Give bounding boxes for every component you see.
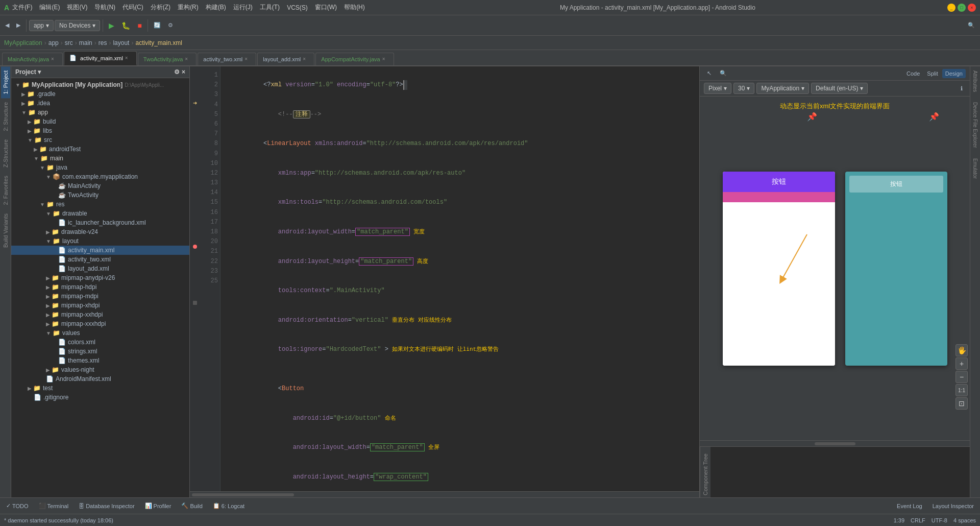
menu-run[interactable]: 运行(J): [230, 2, 256, 13]
tree-item-themes-xml[interactable]: 📄 themes.xml: [11, 356, 189, 365]
tab-profiler[interactable]: 📊 Profiler: [141, 500, 176, 511]
tree-item-gradle[interactable]: ▶ 📁 .gradle: [11, 89, 189, 99]
tree-item-androidmanifest[interactable]: 📄 AndroidManifest.xml: [11, 374, 189, 384]
tree-item-values[interactable]: ▼ 📁 values: [11, 328, 189, 338]
breadcrumb-item-1[interactable]: app: [48, 39, 59, 46]
menu-vcs[interactable]: VCS(S): [284, 3, 311, 12]
tree-item-mainactivity-file[interactable]: ☕ MainActivity: [11, 181, 189, 190]
menu-tools[interactable]: 工具(T): [257, 2, 283, 13]
breadcrumb-item-4[interactable]: res: [99, 39, 107, 46]
view-mode-toggles[interactable]: Code Split Design: [903, 69, 966, 78]
design-tool-zoom[interactable]: 🔍: [717, 68, 730, 78]
tree-item-ic-launcher[interactable]: 📄 ic_launcher_background.xml: [11, 218, 189, 227]
menu-navigate[interactable]: 导航(N): [91, 2, 118, 13]
favorites-tab[interactable]: 2: Favorites: [1, 172, 10, 209]
info-btn[interactable]: ℹ: [958, 84, 966, 93]
tree-item-build[interactable]: ▶ 📁 build: [11, 117, 189, 126]
breadcrumb-item-3[interactable]: main: [79, 39, 92, 46]
search-btn[interactable]: 🔍: [965, 20, 978, 30]
split-view-btn[interactable]: Split: [924, 69, 941, 78]
tab-build[interactable]: 🔨 Build: [177, 500, 206, 511]
tree-item-layout[interactable]: ▼ 📁 layout: [11, 236, 189, 246]
tree-item-mipmap-xxxhdpi[interactable]: ▶ 📁 mipmap-xxxhdpi: [11, 319, 189, 328]
design-tool-cursor[interactable]: ↖: [704, 68, 715, 78]
tree-item-app[interactable]: ▼ 📁 app: [11, 108, 189, 117]
tree-item-myapplication[interactable]: ▼ 📁 MyApplication [My Application] D:\Ap…: [11, 80, 189, 89]
tree-item-mipmap-xxhdpi[interactable]: ▶ 📁 mipmap-xxhdpi: [11, 310, 189, 319]
run-button[interactable]: ▶: [106, 20, 117, 31]
debug-button[interactable]: 🐛: [118, 20, 133, 31]
tree-item-idea[interactable]: ▶ 📁 .idea: [11, 99, 189, 108]
pixel-selector[interactable]: Pixel ▾: [704, 83, 731, 94]
tree-item-activity-main-xml[interactable]: 📄 activity_main.xml: [11, 246, 189, 255]
design-zoom-in[interactable]: +: [955, 357, 968, 370]
tree-item-layout-add-xml[interactable]: 📄 layout_add.xml: [11, 264, 189, 273]
emulator-label[interactable]: Emulator: [970, 156, 980, 181]
tree-item-gitignore[interactable]: 📄 .gitignore: [11, 393, 189, 402]
api-selector[interactable]: 30 ▾: [733, 83, 754, 94]
attributes-label[interactable]: Attributes: [970, 68, 980, 94]
menu-window[interactable]: 窗口(W): [312, 2, 340, 13]
maximize-button[interactable]: □: [958, 4, 966, 12]
device-file-explorer-label[interactable]: Device File Explorer: [970, 100, 980, 150]
z-structure-tab[interactable]: Z-Structure: [1, 135, 10, 172]
tree-item-strings-xml[interactable]: 📄 strings.xml: [11, 347, 189, 356]
tree-item-mipmap-anydpi[interactable]: ▶ 📁 mipmap-anydpi-v26: [11, 273, 189, 282]
design-zoom-out[interactable]: −: [955, 371, 968, 383]
menu-edit[interactable]: 编辑(E): [36, 2, 63, 13]
device-selector[interactable]: No Devices ▾: [55, 20, 100, 31]
menu-file[interactable]: 文件(F): [9, 2, 35, 13]
tree-item-drawable-v24[interactable]: ▶ 📁 drawable-v24: [11, 227, 189, 236]
tab-twoactivity[interactable]: TwoActivity.java ×: [138, 53, 197, 65]
sync-btn[interactable]: 🔄: [151, 20, 164, 30]
design-scrollbar[interactable]: [700, 440, 970, 446]
tree-item-mipmap-mdpi[interactable]: ▶ 📁 mipmap-mdpi: [11, 292, 189, 301]
breadcrumb-item-6[interactable]: activity_main.xml: [135, 39, 182, 46]
settings-btn[interactable]: ⚙: [165, 20, 176, 30]
menu-code[interactable]: 代码(C): [119, 2, 146, 13]
tab-activity-two[interactable]: activity_two.xml ×: [198, 53, 256, 65]
tree-item-libs[interactable]: ▶ 📁 libs: [11, 126, 189, 135]
tab-close-activity-main[interactable]: ×: [125, 55, 131, 61]
code-view-btn[interactable]: Code: [903, 69, 923, 78]
tab-layout-add[interactable]: layout_add.xml ×: [257, 53, 314, 65]
tab-todo[interactable]: ✓ TODO: [2, 500, 33, 511]
breadcrumb-item-5[interactable]: layout: [113, 39, 129, 46]
minimize-button[interactable]: _: [947, 4, 955, 12]
component-tree-label[interactable]: Component Tree: [700, 447, 710, 497]
code-editor[interactable]: ➜: [190, 66, 699, 497]
tab-close-mainactivity[interactable]: ×: [51, 56, 57, 62]
editor-hscroll-thumb[interactable]: [192, 493, 294, 496]
editor-scrollbar[interactable]: [190, 491, 699, 497]
menu-bar[interactable]: 文件(F) 编辑(E) 视图(V) 导航(N) 代码(C) 分析(Z) 重构(R…: [9, 2, 368, 13]
tree-item-java[interactable]: ▼ 📁 java: [11, 163, 189, 172]
tree-item-src[interactable]: ▼ 📁 src: [11, 135, 189, 145]
tab-database-inspector[interactable]: 🗄 Database Inspector: [75, 501, 138, 511]
code-editor-content[interactable]: <?xml version="1.0" encoding="utf-8"?> <…: [220, 66, 699, 491]
toolbar-forward-btn[interactable]: ▶: [13, 20, 23, 30]
project-tree-actions[interactable]: ⚙ ×: [174, 68, 185, 76]
design-hscroll-thumb[interactable]: [815, 442, 855, 445]
tree-item-package[interactable]: ▼ 📦 com.example.myapplication: [11, 172, 189, 181]
project-action-close[interactable]: ×: [182, 68, 185, 76]
design-view-btn[interactable]: Design: [942, 69, 966, 78]
structure-tab[interactable]: 2: Structure: [1, 98, 10, 135]
project-action-gear[interactable]: ⚙: [174, 68, 180, 76]
tree-item-colors-xml[interactable]: 📄 colors.xml: [11, 338, 189, 347]
breadcrumb-item-0[interactable]: MyApplication: [4, 39, 42, 46]
project-tree-content[interactable]: ▼ 📁 MyApplication [My Application] D:\Ap…: [11, 78, 189, 497]
tab-close-twoactivity[interactable]: ×: [185, 56, 191, 62]
menu-refactor[interactable]: 重构(R): [175, 2, 202, 13]
tree-item-mipmap-xhdpi[interactable]: ▶ 📁 mipmap-xhdpi: [11, 301, 189, 310]
tree-item-test[interactable]: ▶ 📁 test: [11, 384, 189, 393]
close-button[interactable]: ×: [968, 4, 976, 12]
tree-item-twoactivity-file[interactable]: ☕ TwoActivity: [11, 190, 189, 200]
tree-item-activity-two-xml[interactable]: 📄 activity_two.xml: [11, 255, 189, 264]
tab-activity-main[interactable]: 📄 activity_main.xml ×: [64, 51, 137, 65]
tab-logcat[interactable]: 📋 6: Logcat: [209, 500, 249, 511]
tab-close-activity-two[interactable]: ×: [244, 56, 251, 62]
stop-button[interactable]: ■: [134, 20, 144, 31]
tree-item-androidtest[interactable]: ▶ 📁 androidTest: [11, 145, 189, 154]
menu-analyze[interactable]: 分析(Z): [148, 2, 174, 13]
toolbar-back-btn[interactable]: ◀: [2, 20, 12, 30]
